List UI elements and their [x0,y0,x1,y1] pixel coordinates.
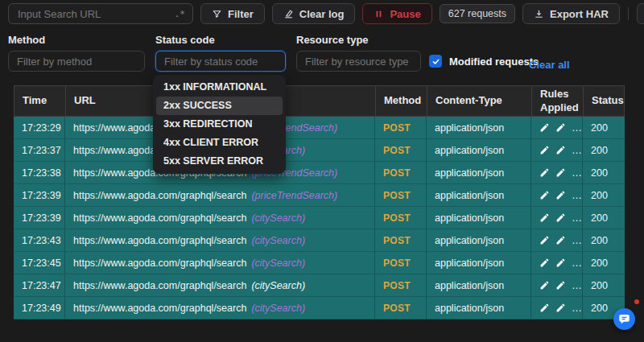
edit-rule-icon[interactable] [555,145,566,155]
rules-applied-cell[interactable]: … [531,252,583,274]
status-code: 200 [583,252,625,274]
request-row[interactable]: 17:23:38https://www.agoda.com/graphql/se… [14,162,625,184]
request-row[interactable]: 17:23:49https://www.agoda.com/graphql/se… [14,297,625,319]
rules-applied-cell[interactable]: … [531,117,583,138]
url-text: https://www.agoda.com/graphql/search [73,280,246,291]
status-code-filter-input[interactable] [155,51,286,72]
more-rules-ellipsis[interactable]: … [572,124,583,132]
request-method: POST [375,184,427,206]
more-rules-ellipsis[interactable]: … [572,169,583,177]
request-row[interactable]: 17:23:45https://www.agoda.com/graphql/se… [14,252,625,274]
chat-fab-button[interactable] [613,308,635,330]
more-rules-ellipsis[interactable]: … [572,304,583,312]
rules-applied-cell[interactable]: … [531,229,583,251]
search-url-box[interactable]: .* [8,3,193,24]
dropdown-option[interactable]: 4xx CLIENT ERROR [156,134,283,152]
edit-rule-icon[interactable] [555,280,566,290]
rules-applied-cell[interactable]: … [531,184,583,206]
url-text: https://www.agoda.com/graphql/search [73,258,246,269]
edit-rule-icon[interactable] [539,190,550,200]
edit-rule-icon[interactable] [555,303,566,313]
url-text: https://www.agoda.com/graphql/search [73,235,246,246]
request-time: 17:23:47 [14,274,65,296]
graphql-operation-label: (citySearch) [251,212,305,224]
request-method: POST [375,117,427,138]
export-har-button[interactable]: Export HAR [522,3,620,24]
resource-type-filter-input[interactable] [296,51,421,72]
rules-applied-cell[interactable]: … [531,297,583,319]
filter-button[interactable]: Filter [200,3,265,24]
dropdown-option[interactable]: 1xx INFORMATIONAL [156,78,283,97]
more-rules-ellipsis[interactable]: … [572,282,583,290]
toolbar-divider [628,7,629,20]
dropdown-option[interactable]: 5xx SERVER ERROR [156,152,283,171]
request-method: POST [375,252,427,274]
request-url: https://www.agoda.com/graphql/search(cit… [65,252,375,274]
rules-applied-cell[interactable]: … [531,139,583,161]
rules-applied-cell[interactable]: … [531,274,583,296]
pause-button[interactable]: Pause [362,3,431,24]
edit-rule-icon[interactable] [539,212,550,223]
edit-rule-icon[interactable] [539,280,550,290]
request-row[interactable]: 17:23:29https://www.agoda.com/graphql/se… [14,117,625,139]
content-type: application/json [427,297,531,319]
column-header-content_type: Content-Type [427,86,532,116]
content-type: application/json [427,184,531,206]
request-row[interactable]: 17:23:39https://www.agoda.com/graphql/se… [14,184,625,207]
dropdown-option[interactable]: 2xx SUCCESS [156,97,283,115]
dropdown-option[interactable]: 3xx REDIRECTION [156,115,283,134]
status-code: 200 [583,139,625,161]
filters-section: Method Status code Resource type Modifie… [0,34,644,77]
request-time: 17:23:43 [14,229,65,251]
regex-icon[interactable]: .* [175,9,185,19]
edit-rule-icon[interactable] [555,122,566,133]
status-code: 200 [583,162,625,183]
edit-rule-icon[interactable] [555,235,566,245]
clear-log-label: Clear log [299,8,345,20]
edit-rule-icon[interactable] [539,235,550,245]
clear-log-button[interactable]: Clear log [272,3,356,24]
edit-rule-icon[interactable] [539,122,550,133]
more-rules-ellipsis[interactable]: … [572,214,583,222]
filter-button-label: Filter [228,8,254,20]
edit-rule-icon[interactable] [555,190,566,200]
status-code: 200 [583,184,625,206]
edit-rule-icon[interactable] [555,212,566,223]
checkbox-checked-icon[interactable] [429,55,442,68]
top-toolbar: .* Filter Clear log Pause 627 requests [0,0,644,27]
edit-rule-icon[interactable] [539,303,550,313]
content-type: application/json [427,274,531,296]
modified-requests-toggle[interactable]: Modified requests [429,55,539,68]
more-rules-ellipsis[interactable]: … [572,146,583,155]
rules-applied-cell[interactable]: … [531,207,583,229]
column-header-rules: Rules Applied [532,86,584,116]
request-method: POST [375,162,427,183]
edit-rule-icon[interactable] [539,258,550,268]
rules-applied-cell[interactable]: … [531,162,583,183]
modified-requests-label: Modified requests [449,56,539,68]
edit-rule-icon[interactable] [555,167,566,178]
requests-count-badge: 627 requests [440,4,515,23]
more-rules-ellipsis[interactable]: … [572,192,583,200]
more-rules-ellipsis[interactable]: … [572,259,583,267]
edit-rule-icon[interactable] [539,145,550,155]
status-code: 200 [583,274,625,296]
save-button[interactable]: Save [637,3,644,24]
request-row[interactable]: 17:23:37https://www.agoda.com/graphql/se… [14,139,625,162]
more-rules-ellipsis[interactable]: … [572,237,583,245]
request-time: 17:23:38 [14,162,65,183]
clear-all-link[interactable]: Clear all [529,59,570,71]
content-type: application/json [427,139,531,161]
method-filter-group: Method [8,34,145,72]
status-code-dropdown: 1xx INFORMATIONAL2xx SUCCESS3xx REDIRECT… [153,75,286,174]
request-method: POST [375,297,427,319]
request-row[interactable]: 17:23:43https://www.agoda.com/graphql/se… [14,229,625,252]
clear-log-icon [283,9,294,19]
search-url-input[interactable] [16,7,175,21]
method-filter-input[interactable] [8,51,145,72]
request-row[interactable]: 17:23:47https://www.agoda.com/graphql/se… [14,274,625,297]
content-type: application/json [427,207,531,229]
request-row[interactable]: 17:23:39https://www.agoda.com/graphql/se… [14,207,625,229]
edit-rule-icon[interactable] [539,167,550,178]
edit-rule-icon[interactable] [555,258,566,268]
